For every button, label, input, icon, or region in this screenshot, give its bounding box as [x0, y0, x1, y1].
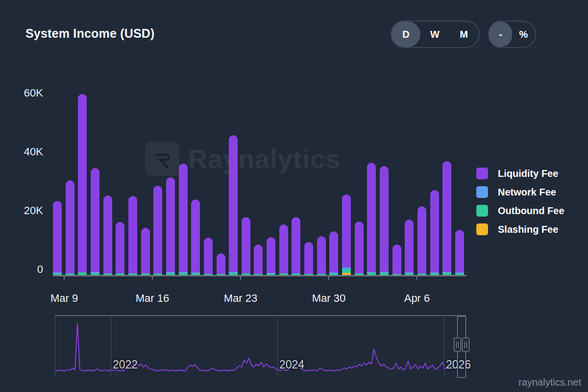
bar[interactable] [116, 222, 124, 275]
bar[interactable] [355, 221, 364, 275]
y-axis-label: 20K [14, 204, 43, 217]
bar[interactable] [229, 135, 238, 275]
bar-segment-liquidity [455, 230, 464, 272]
legend-item-slashing[interactable]: Slashing Fee [476, 223, 564, 235]
bar-segment-liquidity [128, 196, 137, 273]
bar-segment-liquidity [392, 245, 401, 274]
x-axis-label: Apr 6 [388, 292, 446, 305]
bar[interactable] [66, 180, 74, 275]
x-axis-label: Mar 23 [211, 292, 270, 305]
bar-segment-liquidity [304, 242, 313, 274]
x-axis-label: Mar 30 [299, 292, 358, 305]
bar[interactable] [78, 94, 87, 275]
bar-segment-liquidity [103, 196, 112, 273]
bar-segment-liquidity [355, 221, 364, 273]
x-axis-tick [328, 276, 329, 280]
legend-item-liquidity[interactable]: Liquidity Fee [476, 168, 564, 179]
chart-legend: Liquidity Fee Network Fee Outbound Fee S… [476, 168, 564, 242]
bar[interactable] [367, 163, 376, 275]
x-axis-tick [152, 276, 153, 280]
bar[interactable] [141, 228, 150, 275]
bar-segment-liquidity [417, 206, 426, 273]
legend-label: Liquidity Fee [498, 168, 558, 179]
x-axis-tick [64, 276, 65, 280]
bar-segment-liquidity [380, 166, 389, 272]
bar[interactable] [166, 177, 175, 275]
legend-label: Outbound Fee [498, 205, 564, 217]
bar[interactable] [179, 164, 188, 275]
navigator-right-handle[interactable] [462, 338, 469, 352]
liquidity-swatch-icon [476, 168, 488, 179]
bar[interactable] [217, 253, 225, 275]
bar[interactable] [153, 186, 162, 275]
bar[interactable] [242, 217, 250, 275]
bar[interactable] [204, 238, 213, 275]
bar[interactable] [53, 201, 62, 275]
bar-segment-liquidity [153, 186, 162, 273]
legend-item-outbound[interactable]: Outbound Fee [476, 205, 564, 217]
network-swatch-icon [476, 186, 488, 198]
bar[interactable] [417, 206, 426, 275]
bar[interactable] [405, 220, 414, 275]
bar-segment-liquidity [442, 161, 451, 271]
bar-segment-liquidity [254, 245, 263, 274]
bar[interactable] [267, 237, 275, 275]
bar-segment-liquidity [66, 180, 74, 273]
y-axis-label: 60K [14, 87, 43, 99]
x-axis-line [53, 275, 466, 276]
bar[interactable] [254, 245, 263, 275]
bar-segment-liquidity [204, 238, 213, 274]
bar[interactable] [430, 190, 439, 275]
navigator-gridline [444, 316, 444, 378]
bar-segment-liquidity [292, 217, 300, 273]
bar[interactable] [128, 196, 137, 275]
bar[interactable] [103, 196, 112, 275]
bar[interactable] [380, 166, 389, 275]
bar[interactable] [342, 195, 351, 275]
navigator-left-handle[interactable] [454, 338, 461, 352]
timeline-navigator[interactable]: 202220242026 [55, 315, 466, 377]
bar-segment-liquidity [53, 201, 62, 272]
bar-segment-liquidity [317, 236, 326, 273]
bar-segment-liquidity [267, 237, 275, 273]
navigator-gridline [111, 316, 111, 378]
bar-segment-liquidity [78, 94, 87, 272]
navigator-year-label: 2022 [113, 358, 138, 371]
outbound-swatch-icon [476, 205, 488, 217]
bar-segment-liquidity [367, 163, 376, 272]
bar[interactable] [392, 245, 401, 275]
bar[interactable] [442, 161, 451, 275]
bar-segment-liquidity [141, 228, 150, 273]
legend-item-network[interactable]: Network Fee [476, 186, 564, 198]
bar-segment-liquidity [405, 220, 414, 273]
x-axis-label: Mar 9 [35, 292, 94, 305]
bar[interactable] [91, 168, 99, 275]
navigator-gridline [277, 316, 278, 378]
legend-label: Network Fee [498, 187, 556, 198]
legend-label: Slashing Fee [498, 224, 558, 235]
system-income-panel: System Income (USD) D W M - % Raynalytic… [0, 0, 588, 392]
bar-segment-liquidity [242, 217, 250, 273]
navigator-year-label: 2024 [279, 358, 304, 371]
x-axis-label: Mar 16 [123, 292, 182, 305]
bar[interactable] [317, 236, 326, 275]
bar-segment-liquidity [91, 168, 99, 272]
bar[interactable] [455, 230, 464, 275]
bar-segment-liquidity [329, 231, 338, 272]
x-axis-tick [240, 276, 241, 280]
bar-segment-liquidity [166, 177, 175, 272]
y-axis-label: 0 [14, 263, 43, 276]
bar-segment-liquidity [179, 164, 188, 272]
slashing-swatch-icon [476, 223, 488, 235]
bar-segment-outbound [342, 269, 351, 273]
bar[interactable] [329, 231, 338, 275]
bar-segment-liquidity [116, 222, 124, 273]
bar-segment-liquidity [191, 199, 200, 272]
bar[interactable] [292, 217, 300, 275]
site-credit: raynalytics.net [518, 377, 581, 388]
bar[interactable] [191, 199, 200, 275]
x-axis-tick [416, 276, 417, 280]
bar-segment-liquidity [229, 135, 238, 272]
bar[interactable] [304, 242, 313, 275]
bar[interactable] [279, 224, 288, 275]
